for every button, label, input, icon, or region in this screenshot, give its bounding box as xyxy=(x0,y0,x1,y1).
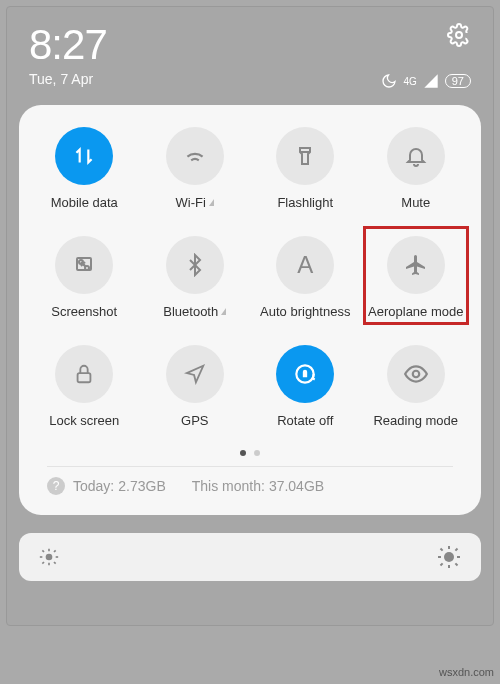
tile-label: Rotate off xyxy=(277,413,333,428)
status-bar: 8:27 Tue, 7 Apr 4G 97 xyxy=(7,7,493,97)
tile-rotate-off[interactable]: Rotate off xyxy=(250,345,361,428)
expand-icon xyxy=(209,199,214,206)
svg-point-6 xyxy=(413,371,420,378)
usage-today-label: Today: xyxy=(73,478,114,494)
location-icon xyxy=(166,345,224,403)
usage-today-value: 2.73GB xyxy=(118,478,165,494)
brightness-high-icon xyxy=(437,545,461,569)
highlight-box xyxy=(363,226,470,325)
svg-point-7 xyxy=(46,554,53,561)
tile-aeroplane-mode[interactable]: Aeroplane mode xyxy=(361,236,472,319)
tile-label: Mobile data xyxy=(51,195,118,210)
lock-icon xyxy=(55,345,113,403)
brightness-low-icon xyxy=(39,547,59,567)
tile-screenshot[interactable]: Screenshot xyxy=(29,236,140,319)
tile-mute[interactable]: Mute xyxy=(361,127,472,210)
svg-line-24 xyxy=(441,563,443,565)
tile-label: Screenshot xyxy=(51,304,117,319)
screenshot-icon xyxy=(55,236,113,294)
tile-reading-mode[interactable]: Reading mode xyxy=(361,345,472,428)
dot-active xyxy=(240,450,246,456)
svg-point-0 xyxy=(456,32,462,38)
tile-label: GPS xyxy=(181,413,208,428)
tile-label: Flashlight xyxy=(277,195,333,210)
svg-line-21 xyxy=(441,549,443,551)
tile-flashlight[interactable]: Flashlight xyxy=(250,127,361,210)
flashlight-icon xyxy=(276,127,334,185)
tile-wifi[interactable]: Wi-Fi xyxy=(140,127,251,210)
tile-label: Auto brightness xyxy=(260,304,350,319)
help-icon: ? xyxy=(47,477,65,495)
bell-icon xyxy=(387,127,445,185)
watermark: wsxdn.com xyxy=(439,666,494,678)
tile-label: Reading mode xyxy=(373,413,458,428)
svg-point-16 xyxy=(444,552,454,562)
bluetooth-icon xyxy=(166,236,224,294)
status-icons: 4G 97 xyxy=(381,73,471,89)
tile-auto-brightness[interactable]: A Auto brightness xyxy=(250,236,361,319)
data-usage-row[interactable]: ? Today: 2.73GB This month: 37.04GB xyxy=(29,477,471,501)
auto-brightness-icon: A xyxy=(276,236,334,294)
battery-indicator: 97 xyxy=(445,74,471,88)
settings-icon[interactable] xyxy=(447,23,471,47)
dnd-moon-icon xyxy=(381,73,397,89)
eye-icon xyxy=(387,345,445,403)
expand-icon xyxy=(221,308,226,315)
page-indicator[interactable] xyxy=(29,450,471,456)
svg-line-22 xyxy=(455,563,457,565)
tile-label: Wi-Fi xyxy=(176,195,214,210)
quick-settings-panel: Mobile data Wi-Fi Flashlight xyxy=(19,105,481,515)
tile-label: Bluetooth xyxy=(163,304,226,319)
svg-line-12 xyxy=(42,550,44,552)
usage-month-value: 37.04GB xyxy=(269,478,324,494)
date: Tue, 7 Apr xyxy=(29,71,107,87)
network-type: 4G xyxy=(403,76,416,87)
wifi-icon xyxy=(166,127,224,185)
usage-month-label: This month: xyxy=(192,478,265,494)
signal-icon xyxy=(423,73,439,89)
tile-bluetooth[interactable]: Bluetooth xyxy=(140,236,251,319)
tile-mobile-data[interactable]: Mobile data xyxy=(29,127,140,210)
svg-rect-4 xyxy=(78,373,91,382)
svg-line-13 xyxy=(54,562,56,564)
svg-line-15 xyxy=(42,562,44,564)
divider xyxy=(47,466,453,467)
svg-point-3 xyxy=(85,266,89,270)
rotate-lock-icon xyxy=(276,345,334,403)
svg-line-14 xyxy=(54,550,56,552)
brightness-slider[interactable] xyxy=(19,533,481,581)
tile-lock-screen[interactable]: Lock screen xyxy=(29,345,140,428)
tile-gps[interactable]: GPS xyxy=(140,345,251,428)
dot xyxy=(254,450,260,456)
clock: 8:27 xyxy=(29,21,107,69)
mobile-data-icon xyxy=(55,127,113,185)
svg-line-23 xyxy=(455,549,457,551)
tile-label: Lock screen xyxy=(49,413,119,428)
tile-label: Mute xyxy=(401,195,430,210)
